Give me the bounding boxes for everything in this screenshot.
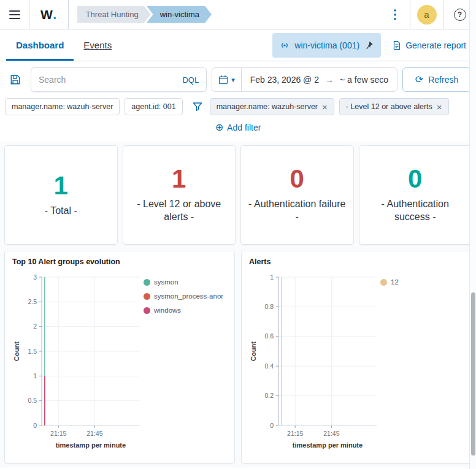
legend-item-sysmon-process-anomalies[interactable]: sysmon_process-anor (144, 292, 223, 300)
breadcrumb-agent[interactable]: win-victima (147, 6, 212, 23)
generate-report-button[interactable]: Generate report (392, 40, 466, 50)
refresh-button[interactable]: ⟳ Refresh (402, 67, 471, 92)
legend-label: sysmon (154, 278, 178, 286)
tab-bar-right: win-victima (001) Generate report (272, 29, 476, 61)
kebab-icon (394, 9, 396, 20)
legend-label: 12 (391, 278, 399, 286)
tab-dashboard[interactable]: Dashboard (6, 29, 74, 61)
report-icon (392, 40, 402, 50)
help-button[interactable]: ? (454, 9, 466, 21)
stat-label-total: - Total - (45, 205, 77, 218)
breadcrumb-threat-hunting[interactable]: Threat Hunting (77, 6, 151, 23)
stat-value-auth-failure: 0 (290, 166, 304, 192)
filter-pill-manager-name[interactable]: manager.name: wazuh-server (5, 98, 120, 115)
refresh-label: Refresh (428, 75, 458, 85)
date-end: ~ a few seco (340, 75, 388, 85)
svg-text:0.2: 0.2 (264, 392, 274, 399)
svg-text:1: 1 (33, 372, 37, 379)
menu-hamburger-button[interactable] (0, 0, 29, 29)
svg-text:21:15: 21:15 (287, 430, 303, 437)
breadcrumb: Threat Hunting win-victima (77, 6, 212, 23)
filter-funnel-button[interactable] (190, 102, 205, 112)
add-filter-button[interactable]: ⊕ Add filter (215, 123, 261, 132)
search-box: DQL (31, 67, 207, 92)
panel-alerts: Alerts 00.20.40.60.8121:1521:45Counttime… (242, 251, 471, 463)
active-filter-level-12[interactable]: - Level 12 or above alerts × (339, 98, 449, 115)
query-language-button[interactable]: DQL (177, 75, 199, 85)
svg-text:0: 0 (33, 422, 37, 429)
svg-text:timestamp per minute: timestamp per minute (56, 441, 126, 449)
stat-value-auth-success: 0 (408, 166, 422, 192)
svg-text:0: 0 (270, 422, 274, 429)
svg-text:21:45: 21:45 (323, 430, 339, 437)
date-range[interactable]: Feb 23, 2026 @ 2 → ~ a few seco (242, 75, 397, 85)
search-toolbar: DQL ▾ Feb 23, 2026 @ 2 → ~ a few seco ⟳ … (5, 67, 471, 92)
date-start: Feb 23, 2026 @ 2 (250, 75, 319, 85)
top-header: W. Threat Hunting win-victima a ? (0, 0, 476, 29)
svg-text:21:45: 21:45 (86, 430, 102, 437)
svg-text:0.5: 0.5 (28, 397, 37, 404)
save-query-button[interactable] (5, 67, 26, 92)
stat-card-total: 1 - Total - (5, 146, 117, 244)
chevron-down-icon: ▾ (231, 77, 235, 83)
svg-text:timestamp per minute: timestamp per minute (293, 441, 363, 449)
funnel-icon (193, 102, 202, 112)
date-picker: ▾ Feb 23, 2026 @ 2 → ~ a few seco (212, 67, 397, 92)
svg-text:Count: Count (13, 341, 20, 361)
svg-text:3: 3 (33, 273, 37, 281)
svg-text:0.8: 0.8 (264, 303, 274, 310)
panel-title: Alerts (249, 257, 464, 266)
svg-text:0.6: 0.6 (264, 332, 274, 340)
stat-card-auth-success: 0 - Authentication success - (359, 146, 472, 244)
logo-text: W (40, 7, 53, 22)
svg-text:1: 1 (270, 273, 274, 281)
svg-text:2: 2 (33, 322, 37, 330)
logo-dot: . (53, 7, 56, 22)
stat-value-level-12: 1 (172, 166, 186, 192)
agent-badge-label: win-victima (001) (294, 40, 359, 50)
panel-body: 00.511.522.5321:1521:45Counttimestamp pe… (12, 270, 227, 454)
calendar-dropdown-button[interactable]: ▾ (212, 68, 242, 91)
tab-bar: Dashboard Events win-victima (001) Gener… (0, 29, 476, 61)
agent-badge[interactable]: win-victima (001) (272, 33, 381, 58)
refresh-icon: ⟳ (415, 75, 423, 85)
kebab-menu-button[interactable] (380, 0, 410, 29)
svg-text:1.5: 1.5 (28, 348, 37, 355)
panel-alert-groups-evolution: Top 10 Alert groups evolution 00.511.522… (5, 251, 234, 463)
stats-row: 1 - Total - 1 - Level 12 or above alerts… (5, 146, 471, 244)
plus-circle-icon: ⊕ (215, 123, 223, 132)
legend-item-windows[interactable]: windows (144, 307, 223, 314)
wazuh-logo: W. (29, 0, 69, 29)
active-filter-manager-name[interactable]: manager.name: wazuh-server × (210, 98, 334, 115)
save-icon (10, 74, 21, 85)
filter-bar: manager.name: wazuh-server agent.id: 001… (5, 98, 471, 115)
chart-legend: sysmon sysmon_process-anor windows (144, 270, 223, 454)
pin-icon[interactable] (364, 40, 374, 50)
tab-events[interactable]: Events (74, 29, 121, 61)
panel-title: Top 10 Alert groups evolution (12, 257, 227, 266)
alert-groups-evolution-chart: 00.511.522.5321:1521:45Counttimestamp pe… (12, 270, 144, 454)
signal-icon (280, 40, 290, 50)
remove-filter-icon[interactable]: × (437, 102, 442, 112)
scrollbar-track (469, 0, 476, 469)
svg-text:Count: Count (250, 341, 257, 361)
hamburger-icon (9, 10, 20, 19)
legend-label: windows (154, 307, 181, 314)
search-input[interactable] (39, 75, 177, 85)
avatar-cell: a (410, 0, 443, 29)
stat-value-total: 1 (54, 173, 68, 199)
stat-label-auth-failure: - Authentication failure - (248, 198, 346, 224)
legend-item-level-12[interactable]: 12 (380, 278, 460, 286)
legend-dot (144, 293, 150, 300)
avatar[interactable]: a (417, 5, 437, 25)
svg-text:21:15: 21:15 (50, 430, 66, 437)
active-filter-label: manager.name: wazuh-server (217, 102, 318, 111)
remove-filter-icon[interactable]: × (322, 102, 328, 112)
stat-card-level-12: 1 - Level 12 or above alerts - (123, 146, 236, 244)
filter-pill-agent-id[interactable]: agent.id: 001 (125, 98, 182, 115)
scrollbar-thumb[interactable] (471, 292, 475, 456)
stat-label-auth-success: - Authentication success - (366, 198, 464, 224)
stat-label-level-12: - Level 12 or above alerts - (130, 198, 228, 224)
legend-item-sysmon[interactable]: sysmon (144, 278, 223, 286)
legend-dot (144, 279, 150, 286)
